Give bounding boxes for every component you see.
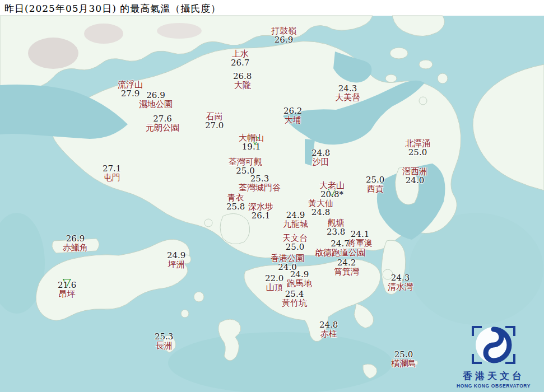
station-shek-kong: 石崗27.0 bbox=[205, 112, 224, 130]
station-temperature: 25.0 bbox=[408, 148, 427, 157]
station-temperature: 25.4 bbox=[285, 290, 304, 298]
hko-logo-icon bbox=[468, 324, 519, 368]
station-name: 滘西洲 bbox=[402, 167, 427, 176]
station-temperature: 26.2 bbox=[283, 106, 302, 115]
station-wetland-park: 26.9濕地公園 bbox=[139, 91, 173, 109]
station-name: 黃大仙 bbox=[308, 199, 333, 208]
station-shau-kei-wan: 24.2筲箕灣 bbox=[334, 258, 359, 276]
station-name: 跑馬地 bbox=[287, 279, 312, 288]
station-temperature: 27.6 bbox=[153, 114, 171, 123]
station-name: 打鼓嶺 bbox=[271, 26, 296, 35]
station-temperature: 25.0 bbox=[286, 242, 304, 251]
station-name: 元朗公園 bbox=[146, 123, 179, 132]
station-name: 九龍城 bbox=[283, 220, 308, 228]
station-temperature: 26.8 bbox=[233, 72, 252, 81]
station-name: 天文台 bbox=[282, 234, 308, 242]
station-name: 啟德跑道公園 bbox=[315, 248, 365, 257]
station-name: 西貢 bbox=[367, 184, 384, 193]
station-clear-water-bay: 24.3清水灣 bbox=[388, 273, 413, 291]
station-temperature: 23.8 bbox=[327, 227, 345, 236]
hko-logo-name-en: HONG KONG OBSERVATORY bbox=[449, 383, 538, 389]
station-temperature: 22.0 bbox=[265, 274, 283, 283]
station-ta-kwu-ling: 打鼓嶺26.9 bbox=[271, 26, 296, 44]
station-name: 青衣 bbox=[227, 193, 244, 202]
station-kowloon-city: 24.9九龍城 bbox=[283, 211, 308, 228]
station-peng-chau: 24.9坪洲 bbox=[167, 251, 185, 269]
station-name: 大隴 bbox=[234, 81, 251, 90]
station-temperature: 26.9 bbox=[146, 91, 165, 100]
station-cheung-chau: 25.3長洲 bbox=[155, 332, 173, 350]
page-title: 昨日(2025年05月30日) 的最高氣溫（攝氏度） bbox=[4, 2, 221, 15]
station-temperature: 25.0 bbox=[366, 175, 384, 184]
station-tai-po: 26.2大埔 bbox=[283, 106, 302, 124]
station-tuen-mun: 27.1屯門 bbox=[103, 164, 121, 182]
station-name: 橫瀾島 bbox=[391, 359, 416, 368]
station-name: 大埔 bbox=[285, 115, 301, 124]
station-temperature: 26.7 bbox=[231, 58, 249, 67]
station-temperature: 24.3 bbox=[391, 273, 410, 282]
station-sham-shui-po: 深水埗26.1 bbox=[248, 202, 273, 220]
station-temperature: 24.8 bbox=[319, 320, 338, 329]
station-name: 流浮山 bbox=[118, 80, 143, 89]
station-tai-mei-tuk: 24.3大美督 bbox=[335, 84, 360, 102]
station-temperature: 20.8* bbox=[320, 190, 343, 199]
station-name: 昂坪 bbox=[59, 290, 76, 298]
station-name: 石崗 bbox=[206, 112, 223, 121]
station-kau-sai-chau: 滘西洲24.0 bbox=[402, 167, 427, 185]
station-name: 赤鱲角 bbox=[63, 243, 88, 252]
station-sheung-shui: 上水26.7 bbox=[231, 49, 249, 67]
weather-map-page: 昨日(2025年05月30日) 的最高氣溫（攝氏度） 打鼓嶺26.9上水26.7… bbox=[0, 0, 544, 392]
station-name: 上水 bbox=[232, 49, 249, 58]
station-kwun-tong: 觀塘23.8 bbox=[327, 218, 345, 236]
station-hk-observatory: 天文台25.0 bbox=[282, 234, 308, 251]
station-name: 筲箕灣 bbox=[334, 267, 359, 276]
station-name: 大老山 bbox=[319, 181, 345, 190]
station-name: 觀塘 bbox=[328, 218, 345, 227]
station-shing-mun-valley: 25.3荃灣城門谷 bbox=[239, 174, 281, 192]
station-name: 北潭涌 bbox=[405, 139, 430, 148]
station-tai-mo-shan: 大帽山19.1 bbox=[239, 133, 264, 151]
station-temperature: 27.0 bbox=[205, 121, 224, 130]
station-ngong-ping: 21.6昂坪 bbox=[58, 281, 76, 298]
station-chek-lap-kok: 26.9赤鱲角 bbox=[63, 234, 88, 252]
station-ta-lung: 26.8大隴 bbox=[233, 72, 252, 90]
station-waglan-island: 25.0橫瀾島 bbox=[391, 350, 416, 368]
station-temperature: 24.0 bbox=[406, 176, 424, 185]
station-sai-kung: 25.0西貢 bbox=[366, 175, 384, 193]
station-name: 沙田 bbox=[313, 157, 329, 166]
station-wong-chuk-hang: 25.4黃竹坑 bbox=[282, 290, 307, 307]
station-name: 黃竹坑 bbox=[282, 298, 307, 307]
station-temperature: 25.8 bbox=[226, 202, 245, 211]
station-stanley: 24.8赤柱 bbox=[319, 320, 338, 338]
station-temperature: 21.6 bbox=[58, 281, 76, 290]
station-name: 荃灣可觀 bbox=[229, 157, 262, 166]
station-temperature: 26.9 bbox=[275, 35, 293, 44]
hko-logo: 香港天文台 HONG KONG OBSERVATORY bbox=[449, 324, 538, 389]
hko-logo-name-zh: 香港天文台 bbox=[449, 370, 538, 382]
station-tsing-yi: 青衣25.8 bbox=[226, 193, 245, 211]
station-temperature: 27.1 bbox=[103, 164, 121, 173]
station-temperature: 27.9 bbox=[121, 89, 140, 98]
station-name: 清水灣 bbox=[388, 282, 413, 291]
station-temperature: 24.8 bbox=[311, 208, 330, 217]
station-name: 大帽山 bbox=[239, 133, 264, 142]
station-temperature: 24.8 bbox=[311, 148, 330, 157]
station-wong-tai-sin: 黃大仙24.8 bbox=[308, 199, 333, 217]
station-temperature: 25.3 bbox=[250, 174, 269, 183]
station-name: 大美督 bbox=[335, 93, 360, 102]
station-temperature: 26.9 bbox=[66, 234, 85, 243]
station-tates-cairn: 大老山20.8* bbox=[319, 181, 345, 199]
station-temperature: 24.2 bbox=[337, 258, 356, 267]
station-sha-tin: 24.8沙田 bbox=[311, 148, 330, 166]
station-temperature: 24.1 bbox=[351, 230, 369, 239]
station-temperature: 24.9 bbox=[167, 251, 185, 260]
station-ho-koon: 荃灣可觀25.0 bbox=[229, 157, 262, 175]
station-temperature: 26.1 bbox=[252, 211, 270, 220]
station-temperature: 19.1 bbox=[242, 142, 261, 151]
station-yuen-long-park: 27.6元朗公園 bbox=[146, 114, 179, 132]
station-kai-tak-runway-park: 24.7啟德跑道公園 bbox=[315, 239, 365, 257]
station-name: 深水埗 bbox=[248, 202, 273, 211]
station-temperature: 24.7 bbox=[331, 239, 349, 248]
station-name: 坪洲 bbox=[168, 260, 185, 269]
station-name: 赤柱 bbox=[320, 329, 337, 338]
